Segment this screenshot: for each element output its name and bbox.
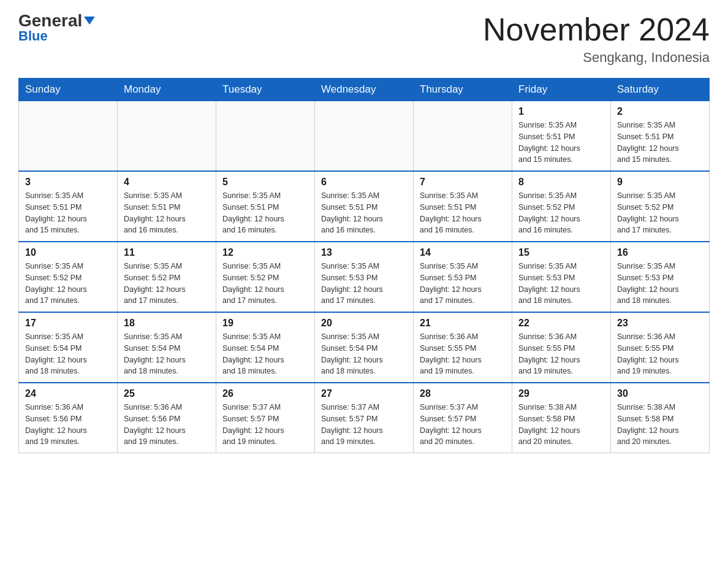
day-info: Sunrise: 5:35 AMSunset: 5:51 PMDaylight:… — [222, 190, 308, 236]
calendar-day-cell: 14Sunrise: 5:35 AMSunset: 5:53 PMDayligh… — [414, 242, 512, 312]
day-info: Sunrise: 5:36 AMSunset: 5:56 PMDaylight:… — [25, 402, 111, 448]
calendar-day-cell: 11Sunrise: 5:35 AMSunset: 5:52 PMDayligh… — [118, 242, 216, 312]
day-info: Sunrise: 5:37 AMSunset: 5:57 PMDaylight:… — [420, 402, 506, 448]
calendar-week-row: 1Sunrise: 5:35 AMSunset: 5:51 PMDaylight… — [19, 101, 710, 172]
day-number: 9 — [617, 177, 703, 188]
day-number: 11 — [124, 247, 210, 258]
day-info: Sunrise: 5:35 AMSunset: 5:52 PMDaylight:… — [222, 261, 308, 307]
calendar-header-tuesday: Tuesday — [216, 79, 315, 101]
calendar-day-cell — [216, 101, 315, 172]
logo-blue: Blue — [18, 28, 48, 44]
day-info: Sunrise: 5:38 AMSunset: 5:58 PMDaylight:… — [518, 402, 604, 448]
calendar-day-cell: 29Sunrise: 5:38 AMSunset: 5:58 PMDayligh… — [512, 383, 611, 453]
day-number: 18 — [124, 318, 210, 329]
day-number: 3 — [25, 177, 111, 188]
day-info: Sunrise: 5:35 AMSunset: 5:53 PMDaylight:… — [617, 261, 703, 307]
calendar-day-cell: 30Sunrise: 5:38 AMSunset: 5:58 PMDayligh… — [611, 383, 710, 453]
day-number: 19 — [222, 318, 308, 329]
day-info: Sunrise: 5:35 AMSunset: 5:52 PMDaylight:… — [617, 190, 703, 236]
calendar-day-cell — [19, 101, 118, 172]
calendar-day-cell: 8Sunrise: 5:35 AMSunset: 5:52 PMDaylight… — [512, 171, 611, 242]
calendar-day-cell: 26Sunrise: 5:37 AMSunset: 5:57 PMDayligh… — [216, 383, 315, 453]
day-number: 30 — [617, 388, 703, 399]
day-number: 27 — [321, 388, 407, 399]
calendar-day-cell: 21Sunrise: 5:36 AMSunset: 5:55 PMDayligh… — [414, 312, 512, 383]
calendar-day-cell: 6Sunrise: 5:35 AMSunset: 5:51 PMDaylight… — [315, 171, 414, 242]
month-title: November 2024 — [483, 12, 710, 47]
day-number: 13 — [321, 247, 407, 258]
calendar-day-cell: 18Sunrise: 5:35 AMSunset: 5:54 PMDayligh… — [118, 312, 216, 383]
day-number: 1 — [518, 106, 604, 117]
day-number: 16 — [617, 247, 703, 258]
day-info: Sunrise: 5:35 AMSunset: 5:53 PMDaylight:… — [420, 261, 506, 307]
day-info: Sunrise: 5:35 AMSunset: 5:51 PMDaylight:… — [25, 190, 111, 236]
day-number: 4 — [124, 177, 210, 188]
day-info: Sunrise: 5:35 AMSunset: 5:52 PMDaylight:… — [25, 261, 111, 307]
day-number: 8 — [518, 177, 604, 188]
day-info: Sunrise: 5:35 AMSunset: 5:51 PMDaylight:… — [617, 120, 703, 166]
day-number: 17 — [25, 318, 111, 329]
calendar-day-cell: 10Sunrise: 5:35 AMSunset: 5:52 PMDayligh… — [19, 242, 118, 312]
calendar-table: SundayMondayTuesdayWednesdayThursdayFrid… — [18, 78, 710, 453]
day-info: Sunrise: 5:36 AMSunset: 5:55 PMDaylight:… — [617, 331, 703, 377]
title-section: November 2024 Sengkang, Indonesia — [483, 12, 710, 66]
day-info: Sunrise: 5:35 AMSunset: 5:54 PMDaylight:… — [25, 331, 111, 377]
logo: General Blue — [18, 12, 95, 44]
calendar-day-cell: 19Sunrise: 5:35 AMSunset: 5:54 PMDayligh… — [216, 312, 315, 383]
calendar-day-cell: 22Sunrise: 5:36 AMSunset: 5:55 PMDayligh… — [512, 312, 611, 383]
day-info: Sunrise: 5:36 AMSunset: 5:56 PMDaylight:… — [124, 402, 210, 448]
day-number: 21 — [420, 318, 506, 329]
calendar-day-cell: 2Sunrise: 5:35 AMSunset: 5:51 PMDaylight… — [611, 101, 710, 172]
day-number: 23 — [617, 318, 703, 329]
calendar-day-cell: 15Sunrise: 5:35 AMSunset: 5:53 PMDayligh… — [512, 242, 611, 312]
day-number: 15 — [518, 247, 604, 258]
day-number: 10 — [25, 247, 111, 258]
calendar-day-cell: 12Sunrise: 5:35 AMSunset: 5:52 PMDayligh… — [216, 242, 315, 312]
calendar-day-cell: 5Sunrise: 5:35 AMSunset: 5:51 PMDaylight… — [216, 171, 315, 242]
day-info: Sunrise: 5:35 AMSunset: 5:54 PMDaylight:… — [124, 331, 210, 377]
calendar-day-cell — [315, 101, 414, 172]
day-number: 20 — [321, 318, 407, 329]
calendar-week-row: 24Sunrise: 5:36 AMSunset: 5:56 PMDayligh… — [19, 383, 710, 453]
day-number: 12 — [222, 247, 308, 258]
day-info: Sunrise: 5:37 AMSunset: 5:57 PMDaylight:… — [222, 402, 308, 448]
calendar-day-cell — [118, 101, 216, 172]
day-number: 24 — [25, 388, 111, 399]
calendar-header-saturday: Saturday — [611, 79, 710, 101]
calendar-day-cell: 27Sunrise: 5:37 AMSunset: 5:57 PMDayligh… — [315, 383, 414, 453]
calendar-week-row: 10Sunrise: 5:35 AMSunset: 5:52 PMDayligh… — [19, 242, 710, 312]
day-info: Sunrise: 5:35 AMSunset: 5:53 PMDaylight:… — [518, 261, 604, 307]
calendar-header-friday: Friday — [512, 79, 611, 101]
location: Sengkang, Indonesia — [483, 50, 710, 66]
day-number: 22 — [518, 318, 604, 329]
day-number: 28 — [420, 388, 506, 399]
day-number: 5 — [222, 177, 308, 188]
calendar-day-cell: 9Sunrise: 5:35 AMSunset: 5:52 PMDaylight… — [611, 171, 710, 242]
day-number: 2 — [617, 106, 703, 117]
calendar-day-cell: 23Sunrise: 5:36 AMSunset: 5:55 PMDayligh… — [611, 312, 710, 383]
day-number: 26 — [222, 388, 308, 399]
calendar-day-cell: 28Sunrise: 5:37 AMSunset: 5:57 PMDayligh… — [414, 383, 512, 453]
calendar-header-sunday: Sunday — [19, 79, 118, 101]
calendar-day-cell: 25Sunrise: 5:36 AMSunset: 5:56 PMDayligh… — [118, 383, 216, 453]
day-number: 7 — [420, 177, 506, 188]
day-info: Sunrise: 5:35 AMSunset: 5:51 PMDaylight:… — [420, 190, 506, 236]
calendar-day-cell: 20Sunrise: 5:35 AMSunset: 5:54 PMDayligh… — [315, 312, 414, 383]
logo-general: General — [18, 12, 95, 29]
calendar-day-cell: 16Sunrise: 5:35 AMSunset: 5:53 PMDayligh… — [611, 242, 710, 312]
calendar-day-cell: 4Sunrise: 5:35 AMSunset: 5:51 PMDaylight… — [118, 171, 216, 242]
day-info: Sunrise: 5:36 AMSunset: 5:55 PMDaylight:… — [420, 331, 506, 377]
page-header: General Blue November 2024 Sengkang, Ind… — [18, 12, 710, 66]
calendar-week-row: 17Sunrise: 5:35 AMSunset: 5:54 PMDayligh… — [19, 312, 710, 383]
day-info: Sunrise: 5:35 AMSunset: 5:51 PMDaylight:… — [518, 120, 604, 166]
day-info: Sunrise: 5:35 AMSunset: 5:54 PMDaylight:… — [222, 331, 308, 377]
calendar-day-cell: 13Sunrise: 5:35 AMSunset: 5:53 PMDayligh… — [315, 242, 414, 312]
calendar-day-cell: 24Sunrise: 5:36 AMSunset: 5:56 PMDayligh… — [19, 383, 118, 453]
day-info: Sunrise: 5:35 AMSunset: 5:51 PMDaylight:… — [321, 190, 407, 236]
calendar-header-row: SundayMondayTuesdayWednesdayThursdayFrid… — [19, 79, 710, 101]
day-number: 25 — [124, 388, 210, 399]
calendar-day-cell: 1Sunrise: 5:35 AMSunset: 5:51 PMDaylight… — [512, 101, 611, 172]
calendar-header-thursday: Thursday — [414, 79, 512, 101]
day-info: Sunrise: 5:38 AMSunset: 5:58 PMDaylight:… — [617, 402, 703, 448]
day-info: Sunrise: 5:37 AMSunset: 5:57 PMDaylight:… — [321, 402, 407, 448]
